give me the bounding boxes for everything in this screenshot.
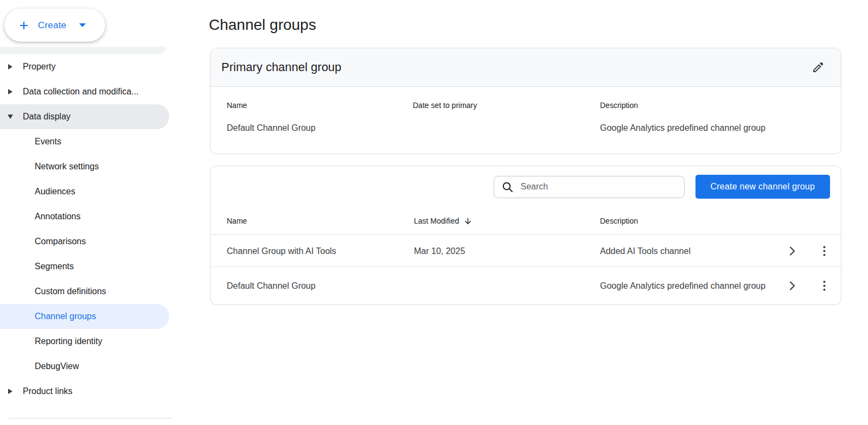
search-input[interactable]: [521, 182, 667, 192]
primary-col-description: Description Google Analytics predefined …: [600, 96, 825, 135]
page-title: Channel groups: [209, 16, 316, 34]
create-button-label: Create: [38, 20, 66, 31]
sidebar-clipped-item-highlight: [0, 47, 166, 54]
sidebar-item-debugview[interactable]: DebugView: [0, 354, 169, 379]
channel-groups-admin-page: Create Property Data collection and modi…: [0, 0, 868, 425]
edit-primary-channel-group-button[interactable]: [809, 59, 827, 76]
column-header-name: Name: [227, 100, 413, 111]
primary-card-header: Primary channel group: [210, 48, 841, 87]
caret-down-icon: [8, 115, 13, 119]
primary-group-description: Google Analytics predefined channel grou…: [600, 121, 779, 135]
sidebar-item-label: Comparisons: [35, 237, 86, 246]
sidebar-item-product-links[interactable]: Product links: [0, 379, 169, 404]
primary-col-name: Name Default Channel Group: [227, 96, 413, 135]
caret-right-icon: [8, 89, 13, 94]
sidebar-item-label: Custom definitions: [35, 287, 106, 296]
row-name: Channel Group with AI Tools: [227, 244, 414, 258]
create-new-channel-group-button[interactable]: Create new channel group: [695, 175, 830, 199]
search-icon: [502, 181, 513, 193]
table-row[interactable]: Default Channel Group Google Analytics p…: [210, 267, 841, 305]
kebab-menu-icon: [823, 246, 826, 256]
sidebar-item-label: Product links: [23, 386, 73, 396]
row-description: Added AI Tools channel: [600, 244, 777, 258]
sidebar-item-comparisons[interactable]: Comparisons: [0, 229, 169, 254]
caret-right-icon: [8, 64, 13, 69]
sidebar-item-label: Reporting identity: [35, 337, 103, 346]
column-header-description: Description: [600, 100, 825, 111]
open-row-button[interactable]: [777, 243, 807, 259]
admin-sidebar: Create Property Data collection and modi…: [0, 0, 187, 425]
table-row[interactable]: Channel Group with AI Tools Mar 10, 2025…: [210, 235, 841, 267]
channel-groups-list-card: Create new channel group Name Last Modif…: [210, 166, 841, 305]
sidebar-item-annotations[interactable]: Annotations: [0, 204, 169, 229]
sidebar-item-segments[interactable]: Segments: [0, 254, 169, 279]
sidebar-item-label: DebugView: [35, 361, 79, 371]
sidebar-item-property[interactable]: Property: [0, 54, 169, 79]
table-header-last-modified-label: Last Modified: [414, 217, 459, 225]
row-menu-button[interactable]: [807, 243, 841, 259]
chevron-right-icon: [789, 246, 795, 256]
sidebar-item-events[interactable]: Events: [0, 129, 169, 154]
sort-descending-arrow-icon: [463, 217, 473, 226]
sidebar-item-data-display[interactable]: Data display: [0, 104, 169, 129]
row-menu-button[interactable]: [807, 277, 841, 294]
primary-col-date: Date set to primary: [413, 96, 600, 135]
sidebar-item-label: Annotations: [35, 212, 81, 221]
table-header-description[interactable]: Description: [600, 217, 777, 225]
main-content: Channel groups Primary channel group Nam…: [187, 0, 868, 425]
create-button[interactable]: Create: [4, 9, 105, 42]
primary-channel-group-card: Primary channel group Name Default Chann…: [210, 48, 841, 154]
sidebar-nav: Property Data collection and modifica...…: [0, 54, 187, 404]
table-header-row: Name Last Modified Description: [210, 207, 841, 235]
sidebar-item-label: Property: [23, 62, 55, 72]
sidebar-divider: [9, 418, 171, 418]
sidebar-item-network-settings[interactable]: Network settings: [0, 154, 169, 179]
sidebar-item-label: Network settings: [35, 162, 99, 172]
primary-group-name: Default Channel Group: [227, 121, 406, 135]
row-description: Google Analytics predefined channel grou…: [600, 279, 777, 293]
chevron-right-icon: [789, 281, 795, 290]
open-row-button[interactable]: [777, 278, 807, 294]
chevron-down-icon: [79, 23, 86, 27]
sidebar-item-custom-definitions[interactable]: Custom definitions: [0, 279, 169, 304]
primary-card-table: Name Default Channel Group Date set to p…: [210, 87, 841, 135]
table-header-last-modified[interactable]: Last Modified: [414, 217, 600, 226]
sidebar-item-reporting-identity[interactable]: Reporting identity: [0, 329, 169, 354]
caret-right-icon: [8, 389, 13, 394]
sidebar-item-audiences[interactable]: Audiences: [0, 179, 169, 204]
row-name: Default Channel Group: [227, 279, 414, 293]
sidebar-item-data-collection[interactable]: Data collection and modifica...: [0, 79, 169, 104]
row-last-modified: Mar 10, 2025: [414, 244, 600, 258]
primary-card-title: Primary channel group: [221, 60, 341, 74]
sidebar-item-label: Data display: [23, 112, 71, 122]
kebab-menu-icon: [823, 281, 826, 291]
sidebar-item-label: Audiences: [35, 187, 75, 196]
sidebar-item-label: Channel groups: [35, 312, 96, 321]
sidebar-item-channel-groups[interactable]: Channel groups: [0, 304, 169, 329]
sidebar-item-label: Segments: [35, 262, 74, 271]
plus-icon: [17, 19, 30, 32]
sidebar-item-label: Events: [35, 137, 61, 147]
sidebar-item-label: Data collection and modifica...: [23, 87, 138, 97]
table-header-name[interactable]: Name: [227, 217, 414, 225]
list-toolbar: Create new channel group: [210, 166, 841, 207]
search-box[interactable]: [494, 176, 685, 198]
pencil-icon: [812, 61, 825, 74]
column-header-date-set-to-primary: Date set to primary: [413, 100, 600, 111]
